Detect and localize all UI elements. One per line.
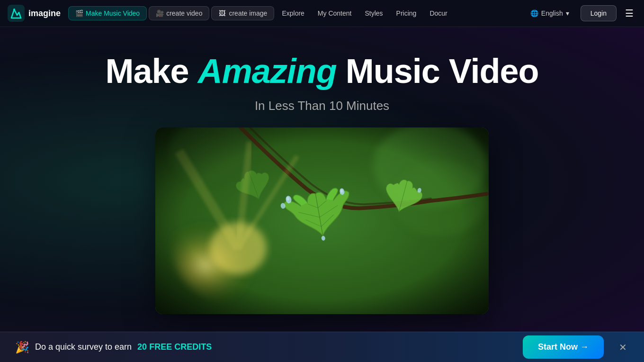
preview-bg — [155, 127, 489, 314]
chevron-down-icon: ▾ — [566, 9, 569, 17]
hero-title-accent: Amazing — [198, 52, 337, 90]
hero-subtitle: In Less Than 10 Minutes — [255, 99, 389, 113]
music-video-icon: 🎬 — [75, 9, 83, 17]
my-content-link[interactable]: My Content — [312, 7, 358, 20]
banner-text-prefix: Do a quick survey to earn — [35, 342, 132, 352]
brand-name: imagine — [28, 9, 61, 18]
login-button[interactable]: Login — [581, 5, 617, 21]
create-video-icon: 🎥 — [156, 9, 163, 17]
docur-link[interactable]: Docur — [424, 7, 453, 20]
bottom-banner: 🎉 Do a quick survey to earn 20 FREE CRED… — [0, 332, 644, 362]
banner-actions: Start Now → ✕ — [523, 335, 629, 359]
hamburger-icon: ☰ — [625, 8, 634, 18]
banner-content: 🎉 Do a quick survey to earn 20 FREE CRED… — [15, 341, 212, 354]
language-selector[interactable]: 🌐 English ▾ — [525, 7, 575, 20]
styles-link[interactable]: Styles — [359, 7, 388, 20]
create-image-icon: 🖼 — [218, 9, 226, 17]
logo[interactable]: imagine — [8, 5, 61, 22]
hero-title-prefix: Make — [106, 52, 198, 90]
svg-point-1 — [13, 9, 15, 10]
main-content: Make Amazing Music Video In Less Than 10… — [0, 27, 644, 314]
create-video-button[interactable]: 🎥 create video — [149, 6, 209, 20]
party-icon: 🎉 — [15, 341, 29, 354]
hero-title-suffix: Music Video — [337, 52, 539, 90]
pricing-link[interactable]: Pricing — [391, 7, 422, 20]
close-icon: ✕ — [619, 342, 627, 353]
hero-title: Make Amazing Music Video — [106, 52, 539, 91]
start-now-button[interactable]: Start Now → — [523, 335, 604, 359]
banner-highlight: 20 FREE CREDITS — [137, 342, 212, 352]
explore-link[interactable]: Explore — [276, 7, 310, 20]
create-image-button[interactable]: 🖼 create image — [211, 6, 274, 20]
leaf-scene — [155, 127, 489, 314]
navbar: imagine 🎬 Make Music Video 🎥 create vide… — [0, 0, 644, 27]
make-music-video-button[interactable]: 🎬 Make Music Video — [68, 6, 147, 20]
svg-rect-18 — [155, 127, 489, 314]
logo-icon — [8, 5, 25, 22]
language-icon: 🌐 — [530, 9, 538, 17]
hamburger-menu-button[interactable]: ☰ — [622, 5, 636, 22]
close-banner-button[interactable]: ✕ — [617, 340, 629, 355]
video-preview — [155, 127, 489, 314]
